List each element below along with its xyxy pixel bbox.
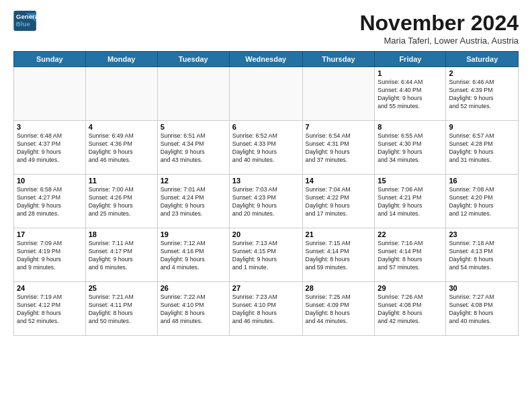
- header-sunday: Sunday: [14, 52, 86, 67]
- cell-2-4: 14Sunrise: 7:04 AM Sunset: 4:22 PM Dayli…: [302, 175, 375, 228]
- day-info: Sunrise: 7:23 AM Sunset: 4:10 PM Dayligh…: [232, 293, 300, 326]
- header-tuesday: Tuesday: [157, 52, 229, 67]
- logo-icon: General Blue: [13, 11, 38, 31]
- day-number: 3: [17, 123, 83, 131]
- cell-0-6: 2Sunrise: 6:46 AM Sunset: 4:39 PM Daylig…: [446, 67, 519, 121]
- header-thursday: Thursday: [302, 52, 375, 67]
- day-info: Sunrise: 6:44 AM Sunset: 4:40 PM Dayligh…: [378, 79, 443, 111]
- day-number: 2: [449, 69, 515, 77]
- cell-4-5: 29Sunrise: 7:26 AM Sunset: 4:08 PM Dayli…: [375, 282, 446, 336]
- header-saturday: Saturday: [446, 52, 519, 67]
- cell-4-3: 27Sunrise: 7:23 AM Sunset: 4:10 PM Dayli…: [229, 282, 302, 336]
- header-wednesday: Wednesday: [229, 52, 302, 67]
- week-row-1: 3Sunrise: 6:48 AM Sunset: 4:37 PM Daylig…: [14, 121, 519, 175]
- day-info: Sunrise: 6:48 AM Sunset: 4:37 PM Dayligh…: [17, 132, 83, 165]
- day-number: 5: [161, 123, 226, 131]
- day-info: Sunrise: 7:19 AM Sunset: 4:12 PM Dayligh…: [17, 293, 83, 326]
- day-info: Sunrise: 7:12 AM Sunset: 4:16 PM Dayligh…: [161, 240, 226, 272]
- cell-1-1: 4Sunrise: 6:49 AM Sunset: 4:36 PM Daylig…: [85, 121, 157, 175]
- title-block: November 2024 Maria Taferl, Lower Austri…: [359, 11, 519, 46]
- day-number: 23: [449, 230, 515, 238]
- cell-2-1: 11Sunrise: 7:00 AM Sunset: 4:26 PM Dayli…: [85, 175, 157, 228]
- day-number: 22: [378, 230, 443, 238]
- day-info: Sunrise: 7:01 AM Sunset: 4:24 PM Dayligh…: [161, 186, 226, 218]
- cell-2-5: 15Sunrise: 7:06 AM Sunset: 4:21 PM Dayli…: [375, 175, 446, 228]
- header-monday: Monday: [85, 52, 157, 67]
- day-number: 12: [161, 177, 226, 185]
- day-number: 28: [306, 284, 372, 292]
- cell-3-3: 20Sunrise: 7:13 AM Sunset: 4:15 PM Dayli…: [229, 228, 302, 282]
- cell-0-5: 1Sunrise: 6:44 AM Sunset: 4:40 PM Daylig…: [375, 67, 446, 121]
- cell-0-1: [85, 67, 157, 121]
- day-info: Sunrise: 7:18 AM Sunset: 4:13 PM Dayligh…: [449, 240, 515, 272]
- cell-2-0: 10Sunrise: 6:58 AM Sunset: 4:27 PM Dayli…: [14, 175, 86, 228]
- week-row-2: 10Sunrise: 6:58 AM Sunset: 4:27 PM Dayli…: [14, 175, 519, 228]
- calendar-table: Sunday Monday Tuesday Wednesday Thursday…: [13, 51, 519, 336]
- cell-4-1: 25Sunrise: 7:21 AM Sunset: 4:11 PM Dayli…: [85, 282, 157, 336]
- cell-4-0: 24Sunrise: 7:19 AM Sunset: 4:12 PM Dayli…: [14, 282, 86, 336]
- day-number: 14: [306, 177, 372, 185]
- day-info: Sunrise: 6:58 AM Sunset: 4:27 PM Dayligh…: [17, 186, 83, 218]
- header-friday: Friday: [375, 52, 446, 67]
- cell-4-4: 28Sunrise: 7:25 AM Sunset: 4:09 PM Dayli…: [302, 282, 375, 336]
- day-number: 26: [161, 284, 226, 292]
- month-title: November 2024: [359, 11, 519, 36]
- svg-text:Blue: Blue: [16, 20, 31, 28]
- day-number: 4: [89, 123, 154, 131]
- day-info: Sunrise: 6:49 AM Sunset: 4:36 PM Dayligh…: [89, 132, 154, 165]
- day-info: Sunrise: 7:04 AM Sunset: 4:22 PM Dayligh…: [306, 186, 372, 218]
- day-info: Sunrise: 7:16 AM Sunset: 4:14 PM Dayligh…: [378, 240, 443, 272]
- cell-4-6: 30Sunrise: 7:27 AM Sunset: 4:08 PM Dayli…: [446, 282, 519, 336]
- day-number: 9: [449, 123, 515, 131]
- day-info: Sunrise: 6:54 AM Sunset: 4:31 PM Dayligh…: [306, 132, 372, 165]
- day-info: Sunrise: 7:11 AM Sunset: 4:17 PM Dayligh…: [89, 240, 154, 272]
- day-info: Sunrise: 7:08 AM Sunset: 4:20 PM Dayligh…: [449, 186, 515, 218]
- day-info: Sunrise: 7:15 AM Sunset: 4:14 PM Dayligh…: [306, 240, 372, 272]
- day-number: 16: [449, 177, 515, 185]
- cell-2-2: 12Sunrise: 7:01 AM Sunset: 4:24 PM Dayli…: [157, 175, 229, 228]
- day-number: 1: [378, 69, 443, 77]
- day-number: 21: [306, 230, 372, 238]
- day-number: 29: [378, 284, 443, 292]
- day-number: 19: [161, 230, 226, 238]
- day-info: Sunrise: 6:57 AM Sunset: 4:28 PM Dayligh…: [449, 132, 515, 165]
- cell-3-1: 18Sunrise: 7:11 AM Sunset: 4:17 PM Dayli…: [85, 228, 157, 282]
- cell-2-3: 13Sunrise: 7:03 AM Sunset: 4:23 PM Dayli…: [229, 175, 302, 228]
- cell-1-0: 3Sunrise: 6:48 AM Sunset: 4:37 PM Daylig…: [14, 121, 86, 175]
- cell-3-2: 19Sunrise: 7:12 AM Sunset: 4:16 PM Dayli…: [157, 228, 229, 282]
- cell-1-2: 5Sunrise: 6:51 AM Sunset: 4:34 PM Daylig…: [157, 121, 229, 175]
- week-row-3: 17Sunrise: 7:09 AM Sunset: 4:19 PM Dayli…: [14, 228, 519, 282]
- day-number: 11: [89, 177, 154, 185]
- day-number: 6: [232, 123, 300, 131]
- day-info: Sunrise: 6:46 AM Sunset: 4:39 PM Dayligh…: [449, 79, 515, 111]
- cell-0-3: [229, 67, 302, 121]
- cell-1-5: 8Sunrise: 6:55 AM Sunset: 4:30 PM Daylig…: [375, 121, 446, 175]
- day-number: 27: [232, 284, 300, 292]
- day-number: 25: [89, 284, 154, 292]
- day-number: 15: [378, 177, 443, 185]
- header: General Blue November 2024 Maria Taferl,…: [13, 11, 519, 46]
- cell-0-4: [302, 67, 375, 121]
- day-info: Sunrise: 7:22 AM Sunset: 4:10 PM Dayligh…: [161, 293, 226, 326]
- location-subtitle: Maria Taferl, Lower Austria, Austria: [359, 36, 519, 46]
- day-number: 30: [449, 284, 515, 292]
- cell-0-0: [14, 67, 86, 121]
- cell-3-5: 22Sunrise: 7:16 AM Sunset: 4:14 PM Dayli…: [375, 228, 446, 282]
- logo: General Blue: [13, 11, 40, 31]
- cell-0-2: [157, 67, 229, 121]
- day-number: 18: [89, 230, 154, 238]
- day-info: Sunrise: 7:21 AM Sunset: 4:11 PM Dayligh…: [89, 293, 154, 326]
- cell-3-6: 23Sunrise: 7:18 AM Sunset: 4:13 PM Dayli…: [446, 228, 519, 282]
- cell-2-6: 16Sunrise: 7:08 AM Sunset: 4:20 PM Dayli…: [446, 175, 519, 228]
- day-info: Sunrise: 7:09 AM Sunset: 4:19 PM Dayligh…: [17, 240, 83, 272]
- page: General Blue November 2024 Maria Taferl,…: [0, 0, 532, 411]
- calendar-header-row: Sunday Monday Tuesday Wednesday Thursday…: [14, 52, 519, 67]
- cell-1-6: 9Sunrise: 6:57 AM Sunset: 4:28 PM Daylig…: [446, 121, 519, 175]
- day-info: Sunrise: 7:06 AM Sunset: 4:21 PM Dayligh…: [378, 186, 443, 218]
- day-number: 13: [232, 177, 300, 185]
- week-row-0: 1Sunrise: 6:44 AM Sunset: 4:40 PM Daylig…: [14, 67, 519, 121]
- svg-text:General: General: [16, 13, 38, 20]
- day-info: Sunrise: 6:52 AM Sunset: 4:33 PM Dayligh…: [232, 132, 300, 165]
- day-info: Sunrise: 6:55 AM Sunset: 4:30 PM Dayligh…: [378, 132, 443, 165]
- day-number: 8: [378, 123, 443, 131]
